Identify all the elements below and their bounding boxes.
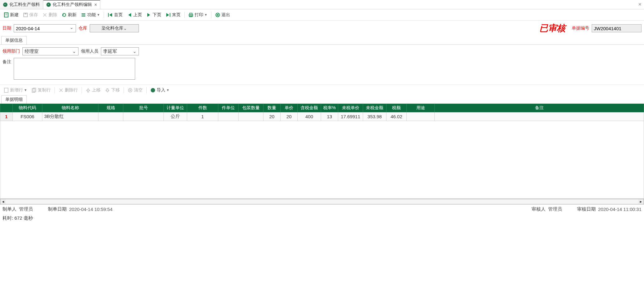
- chevron-down-icon: ▼: [97, 13, 100, 16]
- prev-page-button[interactable]: 上页: [125, 11, 144, 19]
- col-usage[interactable]: 用途: [407, 104, 435, 112]
- tab-label: 化工料生产领料: [9, 2, 40, 7]
- chevron-down-icon: ▼: [204, 13, 207, 16]
- col-piece-unit[interactable]: 件单位: [218, 104, 239, 112]
- col-pack-qty[interactable]: 包装数量: [239, 104, 263, 112]
- col-price[interactable]: 单价: [281, 104, 298, 112]
- col-unit[interactable]: 计量单位: [164, 104, 187, 112]
- print-icon: [188, 12, 193, 17]
- cell-material-name[interactable]: 3B分散红: [42, 112, 98, 121]
- separator: [82, 87, 82, 93]
- cell-spec[interactable]: [98, 112, 123, 121]
- clear-button[interactable]: 清空: [126, 86, 144, 94]
- cell-remark[interactable]: [435, 112, 644, 121]
- auditor-value: 管理员: [548, 206, 562, 212]
- col-amount-incl[interactable]: 含税金额: [298, 104, 321, 112]
- col-remark[interactable]: 备注: [435, 104, 644, 112]
- cell-price[interactable]: 20: [281, 112, 298, 121]
- dept-label: 领用部门: [2, 49, 20, 54]
- person-select[interactable]: 李延军: [101, 47, 139, 55]
- col-qty[interactable]: 数量: [263, 104, 281, 112]
- scroll-left-icon[interactable]: ◄: [0, 199, 6, 204]
- last-page-button[interactable]: 末页: [164, 11, 182, 19]
- tab-edit[interactable]: 化工料生产领料编辑 ×: [43, 0, 100, 9]
- import-icon: [150, 88, 155, 93]
- exit-icon: [215, 12, 220, 17]
- cell-batch[interactable]: [123, 112, 164, 121]
- cell-material-code[interactable]: FS006: [13, 112, 42, 121]
- cell-piece-unit[interactable]: [218, 112, 239, 121]
- scroll-right-icon[interactable]: ►: [638, 199, 644, 204]
- delete-row-button[interactable]: 删除行: [57, 86, 80, 94]
- date-label: 日期: [2, 26, 11, 31]
- cell-unit[interactable]: 公斤: [164, 112, 187, 121]
- down-icon: [105, 88, 110, 93]
- add-row-button[interactable]: 新增行 ▼: [2, 86, 29, 94]
- table-row[interactable]: 1 FS006 3B分散红 公斤 1 20 20 400 13 17.69911…: [0, 112, 644, 121]
- list-icon: [81, 12, 86, 17]
- col-amount-excl[interactable]: 未税金额: [363, 104, 386, 112]
- col-material-name[interactable]: 物料名称: [42, 104, 98, 112]
- cell-price-excl[interactable]: 17.69911: [338, 112, 363, 121]
- col-material-code[interactable]: 物料代码: [13, 104, 42, 112]
- svg-rect-13: [190, 13, 192, 14]
- header-form: 日期 仓库 染化料仓库 已审核 单据编号: [0, 21, 644, 36]
- tab-list[interactable]: 化工料生产领料: [0, 0, 43, 9]
- col-price-excl[interactable]: 未税单价: [338, 104, 363, 112]
- tab-bar: 化工料生产领料 化工料生产领料编辑 × ×: [0, 0, 644, 9]
- cell-pack-qty[interactable]: [239, 112, 263, 121]
- dept-select[interactable]: 经理室: [22, 47, 78, 55]
- remark-textarea[interactable]: [14, 58, 135, 80]
- close-icon[interactable]: ×: [94, 2, 97, 7]
- save-button[interactable]: 保存: [21, 11, 40, 19]
- print-button[interactable]: 打印 ▼: [187, 11, 209, 19]
- tab-document-info[interactable]: 单据信息: [1, 36, 27, 44]
- elapsed-time: 耗时: 672 毫秒: [0, 214, 644, 222]
- warehouse-select[interactable]: 染化料仓库: [90, 24, 139, 32]
- cell-amount-excl[interactable]: 353.98: [363, 112, 386, 121]
- cell-pieces[interactable]: 1: [187, 112, 218, 121]
- docno-label: 单据编号: [572, 26, 589, 31]
- first-page-button[interactable]: 首页: [106, 11, 125, 19]
- new-button[interactable]: 新建: [2, 11, 21, 19]
- functions-button[interactable]: 功能 ▼: [79, 11, 102, 19]
- move-up-button[interactable]: 上移: [84, 86, 102, 94]
- delete-icon: [59, 88, 64, 93]
- cell-amount-incl[interactable]: 400: [298, 112, 321, 121]
- detail-grid: 物料代码 物料名称 规格 批号 计量单位 件数 件单位 包装数量 数量 单价 含…: [0, 104, 644, 204]
- cell-tax[interactable]: 46.02: [386, 112, 407, 121]
- next-icon: [146, 12, 151, 17]
- horizontal-scrollbar[interactable]: ◄ ►: [0, 199, 644, 204]
- section-tabs-detail: 单据明细: [0, 95, 644, 104]
- table-header-row: 物料代码 物料名称 规格 批号 计量单位 件数 件单位 包装数量 数量 单价 含…: [0, 104, 644, 112]
- tab-document-detail[interactable]: 单据明细: [1, 95, 27, 104]
- next-page-button[interactable]: 下页: [144, 11, 163, 19]
- detail-table[interactable]: 物料代码 物料名称 规格 批号 计量单位 件数 件单位 包装数量 数量 单价 含…: [0, 104, 644, 121]
- col-spec[interactable]: 规格: [98, 104, 123, 112]
- detail-toolbar: 新增行 ▼ 复制行 删除行 上移 下移 清空 导入 ▼: [0, 85, 644, 95]
- close-all-icon[interactable]: ×: [638, 1, 642, 8]
- move-down-button[interactable]: 下移: [103, 86, 122, 94]
- col-batch[interactable]: 批号: [123, 104, 164, 112]
- make-date-label: 制单日期: [48, 206, 67, 212]
- cell-usage[interactable]: [407, 112, 435, 121]
- exit-button[interactable]: 退出: [213, 11, 232, 19]
- delete-button[interactable]: 删除: [40, 11, 59, 19]
- docno-input[interactable]: [592, 24, 642, 32]
- audit-date-value: 2020-04-14 11:00:31: [598, 207, 642, 212]
- prev-icon: [127, 12, 132, 17]
- grid-empty-space: [0, 121, 644, 199]
- scroll-track[interactable]: [6, 199, 638, 204]
- import-button[interactable]: 导入 ▼: [149, 86, 171, 94]
- auditor-label: 审核人: [532, 206, 546, 212]
- col-tax-rate[interactable]: 税率%: [321, 104, 338, 112]
- refresh-button[interactable]: 刷新: [60, 11, 78, 19]
- cell-qty[interactable]: 20: [263, 112, 281, 121]
- cell-tax-rate[interactable]: 13: [321, 112, 338, 121]
- col-tax[interactable]: 税额: [386, 104, 407, 112]
- date-input[interactable]: [14, 24, 76, 32]
- delete-icon: [42, 12, 47, 17]
- col-pieces[interactable]: 件数: [187, 104, 218, 112]
- copy-row-button[interactable]: 复制行: [30, 86, 53, 94]
- copy-icon: [31, 88, 36, 93]
